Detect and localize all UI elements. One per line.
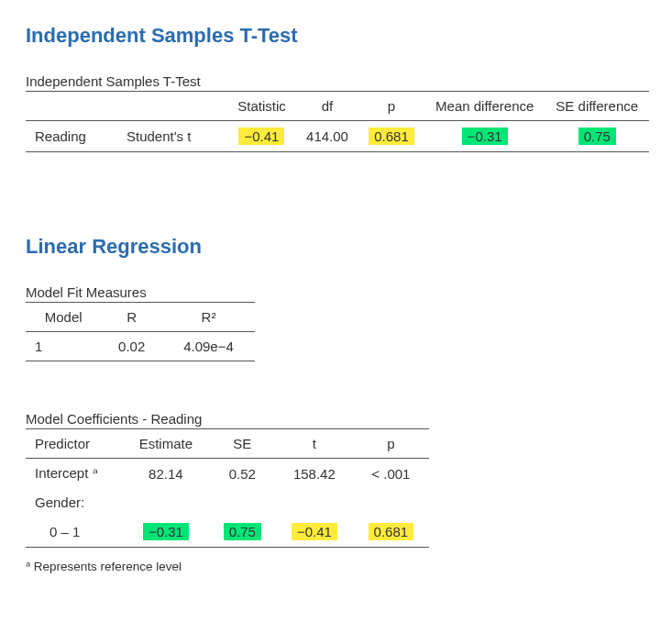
- ttest-header-se-diff: SE difference: [545, 92, 650, 121]
- coef-intercept-estimate: 82.14: [123, 459, 209, 489]
- coef-footnote: ᵃ Represents reference level: [26, 559, 646, 573]
- ttest-data-row: Reading Student's t −0.41 414.00 0.681 −…: [26, 121, 649, 152]
- coef-header-row: Predictor Estimate SE t p: [26, 429, 429, 459]
- fit-header-row: Model R R²: [26, 303, 255, 332]
- coef-header-estimate: Estimate: [123, 429, 209, 459]
- fit-header-r: R: [101, 303, 162, 332]
- ttest-header-df: df: [296, 92, 358, 121]
- ttest-header-mean-diff: Mean difference: [424, 92, 545, 121]
- ttest-table-caption: Independent Samples T-Test: [26, 73, 646, 89]
- coef-contrast-se: 0.75: [224, 523, 261, 540]
- ttest-row-df: 414.00: [296, 121, 358, 152]
- ttest-header-p: p: [358, 92, 424, 121]
- ttest-table: Statistic df p Mean difference SE differ…: [26, 91, 649, 152]
- ttest-row-statistic: −0.41: [238, 128, 284, 145]
- coef-group-label: Gender:: [26, 488, 123, 516]
- coef-header-t: t: [276, 429, 353, 459]
- ttest-row-p: 0.681: [369, 128, 414, 145]
- coef-contrast-t: −0.41: [292, 523, 337, 540]
- ttest-section-title: Independent Samples T-Test: [26, 24, 646, 48]
- coef-header-se: SE: [209, 429, 276, 459]
- ttest-row-se-diff: 0.75: [578, 128, 616, 145]
- coef-contrast-p: 0.681: [369, 523, 414, 540]
- coef-intercept-p: < .001: [353, 459, 429, 489]
- coef-row-group-label: Gender:: [26, 488, 429, 516]
- fit-row-r: 0.02: [101, 332, 162, 361]
- fit-table: Model R R² 1 0.02 4.09e−4: [26, 302, 255, 361]
- coef-intercept-label: Intercept ᵃ: [26, 459, 123, 489]
- fit-row-model: 1: [26, 332, 101, 361]
- coef-contrast-estimate: −0.31: [143, 523, 189, 540]
- coef-header-p: p: [353, 429, 429, 459]
- fit-table-caption: Model Fit Measures: [26, 284, 646, 300]
- coef-table-caption: Model Coefficients - Reading: [26, 411, 646, 427]
- coef-intercept-se: 0.52: [209, 459, 276, 489]
- coef-contrast-label: 0 – 1: [26, 516, 123, 548]
- coef-header-predictor: Predictor: [26, 429, 123, 459]
- ttest-row-variable: Reading: [26, 121, 117, 152]
- coef-table: Predictor Estimate SE t p Intercept ᵃ 82…: [26, 428, 429, 548]
- coef-row-contrast: 0 – 1 −0.31 0.75 −0.41 0.681: [26, 516, 429, 548]
- fit-header-r2: R²: [162, 303, 255, 332]
- fit-row-r2: 4.09e−4: [162, 332, 255, 361]
- ttest-header-row: Statistic df p Mean difference SE differ…: [26, 92, 649, 121]
- fit-header-model: Model: [26, 303, 101, 332]
- ttest-row-method: Student's t: [117, 121, 227, 152]
- coef-intercept-t: 158.42: [276, 459, 353, 489]
- ttest-header-statistic: Statistic: [227, 92, 296, 121]
- fit-data-row: 1 0.02 4.09e−4: [26, 332, 255, 361]
- regression-section-title: Linear Regression: [26, 235, 646, 259]
- coef-row-intercept: Intercept ᵃ 82.14 0.52 158.42 < .001: [26, 459, 429, 489]
- ttest-row-mean-diff: −0.31: [462, 128, 508, 145]
